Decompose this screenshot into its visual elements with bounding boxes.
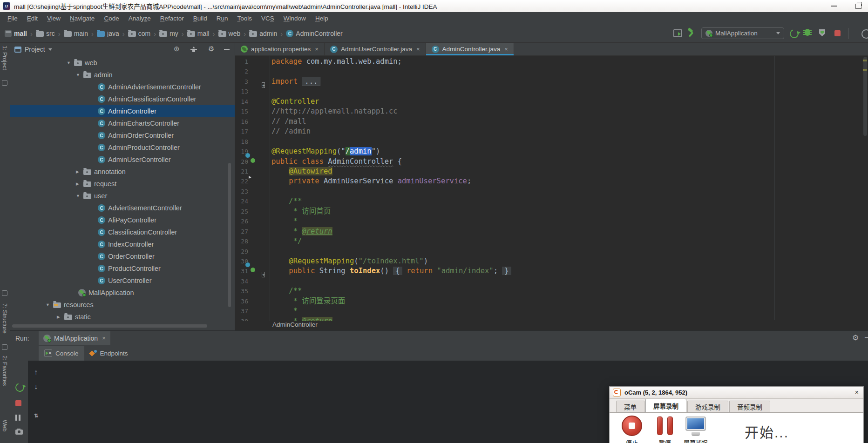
ocam-tab-音频录制[interactable]: 音频录制 bbox=[729, 401, 770, 412]
menu-analyze[interactable]: Analyze bbox=[124, 15, 156, 22]
run-tab-mallapplication[interactable]: MallApplication × bbox=[39, 331, 110, 345]
tree-item-UserController[interactable]: CUserController bbox=[10, 275, 235, 287]
ocam-tab-菜单[interactable]: 菜单 bbox=[616, 401, 644, 412]
ocam-stop-button[interactable]: 停止 bbox=[622, 416, 642, 443]
tree-item-AdminProductController[interactable]: CAdminProductController bbox=[10, 141, 235, 154]
debug-button[interactable] bbox=[805, 29, 810, 36]
menu-refactor[interactable]: Refactor bbox=[156, 15, 189, 22]
editor-breadcrumb[interactable]: AdminController bbox=[235, 321, 868, 330]
ocam-tab-屏幕录制[interactable]: 屏幕录制 bbox=[645, 399, 686, 412]
run-with-coverage-button[interactable] bbox=[819, 29, 825, 36]
close-icon[interactable]: × bbox=[315, 46, 319, 53]
tree-item-AdminOrderController[interactable]: CAdminOrderController bbox=[10, 129, 235, 141]
tree-item-AdminUserController[interactable]: CAdminUserController bbox=[10, 154, 235, 166]
tree-item-static[interactable]: ▶static bbox=[10, 311, 235, 323]
locate-file-button[interactable]: ⊕ bbox=[174, 45, 180, 53]
ocam-pause-button[interactable]: 暂停 bbox=[657, 416, 673, 443]
menu-run[interactable]: Run bbox=[212, 15, 233, 22]
menu-view[interactable]: View bbox=[42, 15, 65, 22]
tree-item-ClassificationController[interactable]: CClassificationController bbox=[10, 226, 235, 238]
hide-panel-button[interactable] bbox=[224, 49, 230, 50]
thread-dump-button[interactable] bbox=[15, 429, 23, 435]
breadcrumb-item-web[interactable]: web bbox=[217, 30, 242, 37]
sidebar-item-favorites[interactable]: 2: Favorites bbox=[1, 356, 8, 386]
breadcrumb-item-mall[interactable]: mall bbox=[4, 30, 28, 37]
tab-application.properties[interactable]: application.properties× bbox=[235, 43, 325, 55]
project-vertical-scrollbar[interactable] bbox=[228, 163, 231, 307]
stop-process-button[interactable] bbox=[15, 400, 21, 406]
tab-AdminController.java[interactable]: CAdminController.java× bbox=[426, 43, 514, 55]
ocam-tab-游戏录制[interactable]: 游戏录制 bbox=[687, 401, 728, 412]
project-horizontal-scrollbar[interactable] bbox=[12, 324, 207, 328]
tree-item-AdviertisementController[interactable]: CAdviertisementController bbox=[10, 202, 235, 214]
tab-endpoints[interactable]: Endpoints bbox=[84, 346, 134, 361]
ocam-title-bar[interactable]: oCam (5, 2, 1864, 952) — × bbox=[610, 387, 863, 399]
project-tool-icon[interactable] bbox=[2, 80, 7, 86]
build-button[interactable] bbox=[686, 28, 695, 37]
menu-build[interactable]: Build bbox=[189, 15, 212, 22]
tree-item-web[interactable]: ▼web bbox=[10, 57, 235, 69]
next-trace-button[interactable]: ↓ bbox=[34, 383, 38, 391]
menu-window[interactable]: Window bbox=[279, 15, 311, 22]
tree-item-AdminAdviertisementController[interactable]: CAdminAdviertisementController bbox=[10, 81, 235, 93]
chevron-down-icon[interactable]: ▼ bbox=[67, 60, 71, 65]
sidebar-item-project[interactable]: 1: Project bbox=[1, 46, 8, 70]
tree-item-AdminEchartsController[interactable]: CAdminEchartsController bbox=[10, 117, 235, 129]
prev-trace-button[interactable]: ↑ bbox=[34, 368, 38, 376]
tree-item-OrderController[interactable]: COrderController bbox=[10, 250, 235, 262]
menu-vcs[interactable]: VCS bbox=[257, 15, 279, 22]
minimize-button[interactable] bbox=[831, 6, 837, 7]
sidebar-item-web[interactable]: Web bbox=[1, 420, 8, 431]
breadcrumb-item-mall[interactable]: mall bbox=[186, 30, 210, 37]
menu-tools[interactable]: Tools bbox=[233, 15, 257, 22]
tab-console[interactable]: Console bbox=[39, 346, 84, 361]
run-configuration-select[interactable]: MallApplication bbox=[701, 27, 784, 39]
chevron-down-icon[interactable]: ▼ bbox=[46, 302, 50, 307]
tree-item-MallApplication[interactable]: MallApplication bbox=[10, 287, 235, 299]
ocam-screen-capture-button[interactable]: 屏幕捕捉 bbox=[684, 416, 708, 443]
breadcrumb-item-src[interactable]: src bbox=[35, 30, 56, 37]
tree-item-AdminClassificationController[interactable]: CAdminClassificationController bbox=[10, 93, 235, 105]
expand-collapse-buttons[interactable]: ⇅ bbox=[34, 413, 38, 419]
chevron-right-icon[interactable]: ▶ bbox=[57, 315, 61, 319]
favorites-tool-icon[interactable] bbox=[2, 344, 7, 350]
chevron-right-icon[interactable]: ▶ bbox=[76, 169, 81, 174]
ocam-close-button[interactable]: × bbox=[855, 389, 859, 396]
tree-item-user[interactable]: ▼user bbox=[10, 190, 235, 202]
tree-item-resources[interactable]: ▼resources bbox=[10, 299, 235, 311]
menu-code[interactable]: Code bbox=[99, 15, 123, 22]
close-icon[interactable]: × bbox=[102, 335, 106, 342]
tree-item-AdminController[interactable]: CAdminController bbox=[10, 105, 235, 117]
menu-edit[interactable]: Edit bbox=[22, 15, 42, 22]
breadcrumb-item-admin[interactable]: admin bbox=[248, 30, 278, 37]
search-everywhere-icon[interactable] bbox=[861, 29, 868, 39]
rerun-button[interactable] bbox=[790, 29, 799, 38]
tree-item-admin[interactable]: ▼admin bbox=[10, 69, 235, 81]
rerun-application-button[interactable] bbox=[15, 383, 24, 392]
menu-help[interactable]: Help bbox=[311, 15, 333, 22]
chevron-down-icon[interactable]: ▼ bbox=[76, 73, 81, 77]
breadcrumb-item-com[interactable]: com bbox=[127, 30, 151, 37]
breadcrumb-item-java[interactable]: java bbox=[96, 30, 120, 37]
breadcrumb-item-my[interactable]: my bbox=[158, 30, 179, 37]
tree-item-annotation[interactable]: ▶annotation bbox=[10, 166, 235, 178]
editor-scrollbar[interactable] bbox=[863, 57, 867, 136]
sidebar-item-structure[interactable]: 7: Structure bbox=[1, 303, 8, 334]
close-icon[interactable]: × bbox=[504, 46, 508, 53]
breadcrumb-item-AdminController[interactable]: CAdminController bbox=[285, 30, 343, 37]
tree-item-ProductController[interactable]: CProductController bbox=[10, 262, 235, 275]
chevron-down-icon[interactable]: ▼ bbox=[76, 194, 81, 198]
stop-button[interactable] bbox=[834, 30, 841, 36]
tree-item-AliPayController[interactable]: CAliPayController bbox=[10, 214, 235, 226]
pause-output-button[interactable] bbox=[15, 415, 17, 421]
hide-run-panel-button[interactable]: — bbox=[865, 333, 868, 342]
close-icon[interactable]: × bbox=[416, 46, 420, 53]
restore-layout-button[interactable] bbox=[673, 29, 682, 37]
panel-settings-button[interactable]: ⚙ bbox=[208, 45, 214, 53]
structure-tool-icon[interactable] bbox=[2, 290, 7, 296]
chevron-right-icon[interactable]: ▶ bbox=[76, 181, 81, 186]
tree-item-request[interactable]: ▶request bbox=[10, 178, 235, 190]
restore-button[interactable] bbox=[855, 4, 861, 9]
tree-item-IndexController[interactable]: CIndexController bbox=[10, 238, 235, 250]
project-panel-header[interactable]: Project bbox=[10, 43, 235, 56]
